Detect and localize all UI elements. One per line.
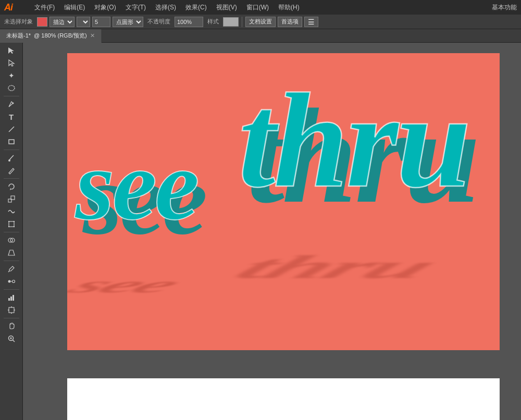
- menu-help[interactable]: 帮助(H): [274, 2, 304, 13]
- svg-line-2: [9, 127, 14, 132]
- tab-close-button[interactable]: ✕: [90, 32, 95, 39]
- type-tool[interactable]: T: [5, 111, 18, 122]
- preferences-button[interactable]: 首选项: [278, 17, 302, 27]
- tab-info: @ 180% (RGB/预览): [34, 32, 87, 40]
- svg-rect-20: [10, 297, 12, 301]
- canvas-content[interactable]: see thru see thru see thru: [67, 53, 500, 350]
- toolbar-divider-1: [242, 17, 242, 27]
- lasso-tool[interactable]: [5, 82, 18, 94]
- menu-view[interactable]: 视图(V): [212, 2, 241, 13]
- menu-file[interactable]: 文件(F): [30, 2, 59, 13]
- doc-settings-button[interactable]: 文档设置: [245, 17, 276, 27]
- artboard-tool[interactable]: [5, 304, 18, 316]
- svg-rect-3: [9, 140, 14, 144]
- menu-text[interactable]: 文字(T): [121, 2, 150, 13]
- svg-point-4: [8, 159, 10, 162]
- svg-point-0: [8, 85, 15, 91]
- menu-edit[interactable]: 编辑(E): [60, 2, 89, 13]
- main-layout: ✦ T: [0, 43, 521, 420]
- chart-tool[interactable]: [5, 292, 18, 303]
- stroke-shape-select[interactable]: 点圆形: [113, 17, 143, 27]
- direct-selection-tool[interactable]: [5, 57, 18, 69]
- workspace-label: 基本功能: [492, 3, 517, 12]
- tab-filename: 未标题-1*: [6, 32, 31, 40]
- selection-status: 未选择对象: [2, 18, 35, 26]
- menu-object[interactable]: 对象(O): [90, 2, 120, 13]
- tool-sep-7: [4, 318, 19, 318]
- rotate-tool[interactable]: [5, 181, 18, 192]
- left-toolbar: ✦ T: [0, 43, 23, 420]
- line-tool[interactable]: [5, 123, 18, 135]
- svg-point-16: [8, 280, 10, 283]
- tool-sep-3: [4, 178, 19, 179]
- tool-sep-2: [4, 150, 19, 150]
- opacity-label: 不透明度: [145, 18, 172, 26]
- svg-line-28: [13, 340, 15, 342]
- menu-window[interactable]: 窗口(W): [242, 2, 273, 13]
- ai-logo: Ai: [4, 2, 20, 13]
- menu-select[interactable]: 选择(S): [151, 2, 180, 13]
- svg-rect-10: [8, 226, 9, 227]
- zoom-tool[interactable]: [5, 333, 18, 344]
- document-tab[interactable]: 未标题-1* @ 180% (RGB/预览) ✕: [0, 29, 102, 43]
- stroke-size-input[interactable]: [92, 17, 110, 27]
- free-transform-tool[interactable]: [5, 218, 18, 230]
- artboard-white: [67, 378, 500, 420]
- svg-rect-21: [13, 295, 14, 301]
- tool-sep-6: [4, 289, 19, 290]
- svg-rect-7: [9, 221, 14, 227]
- svg-rect-19: [8, 298, 10, 301]
- main-toolbar: 未选择对象 描边 点圆形 不透明度 样式 文档设置 首选项 ☰: [0, 15, 521, 29]
- pencil-tool[interactable]: [5, 165, 18, 176]
- title-bar: Ai 文件(F) 编辑(E) 对象(O) 文字(T) 选择(S) 效果(C) 视…: [0, 0, 521, 15]
- style-color-box[interactable]: [223, 17, 239, 27]
- see-shadow: see: [67, 271, 195, 298]
- stroke-arrow-select[interactable]: [77, 17, 90, 27]
- opacity-input[interactable]: [175, 17, 203, 27]
- svg-rect-8: [8, 221, 9, 222]
- svg-rect-11: [14, 226, 15, 227]
- hand-tool[interactable]: [5, 320, 18, 332]
- eyedropper-tool[interactable]: [5, 263, 18, 275]
- svg-point-1: [12, 103, 14, 104]
- thru-front-text: thru: [238, 63, 469, 218]
- scale-tool[interactable]: [5, 193, 18, 205]
- blend-tool[interactable]: [5, 276, 18, 287]
- svg-point-17: [12, 280, 15, 283]
- document-tabs: 未标题-1* @ 180% (RGB/预览) ✕: [0, 29, 521, 43]
- perspective-tool[interactable]: [5, 247, 18, 258]
- see-front-text: see: [75, 126, 197, 243]
- tool-sep-4: [4, 232, 19, 232]
- selection-tool[interactable]: [5, 45, 18, 56]
- menu-bar: 文件(F) 编辑(E) 对象(O) 文字(T) 选择(S) 效果(C) 视图(V…: [30, 2, 481, 13]
- rectangle-tool[interactable]: [5, 136, 18, 147]
- tool-sep-1: [4, 96, 19, 96]
- shape-builder-tool[interactable]: [5, 234, 18, 246]
- svg-marker-14: [8, 250, 15, 255]
- warp-tool[interactable]: [5, 206, 18, 217]
- style-label: 样式: [205, 18, 221, 26]
- menu-effect[interactable]: 效果(C): [181, 2, 211, 13]
- fill-color-box[interactable]: [37, 17, 47, 27]
- tool-sep-5: [4, 261, 19, 261]
- svg-line-15: [8, 271, 9, 272]
- pen-tool[interactable]: [5, 98, 18, 110]
- stroke-select[interactable]: 描边: [49, 17, 75, 27]
- svg-rect-22: [9, 307, 14, 313]
- thru-shadow: thru: [221, 248, 451, 286]
- magic-wand-tool[interactable]: ✦: [5, 70, 18, 81]
- paintbrush-tool[interactable]: [5, 152, 18, 164]
- arrange-button[interactable]: ☰: [304, 17, 318, 27]
- canvas-area[interactable]: see thru see thru see thru: [23, 43, 521, 420]
- svg-rect-9: [14, 221, 15, 222]
